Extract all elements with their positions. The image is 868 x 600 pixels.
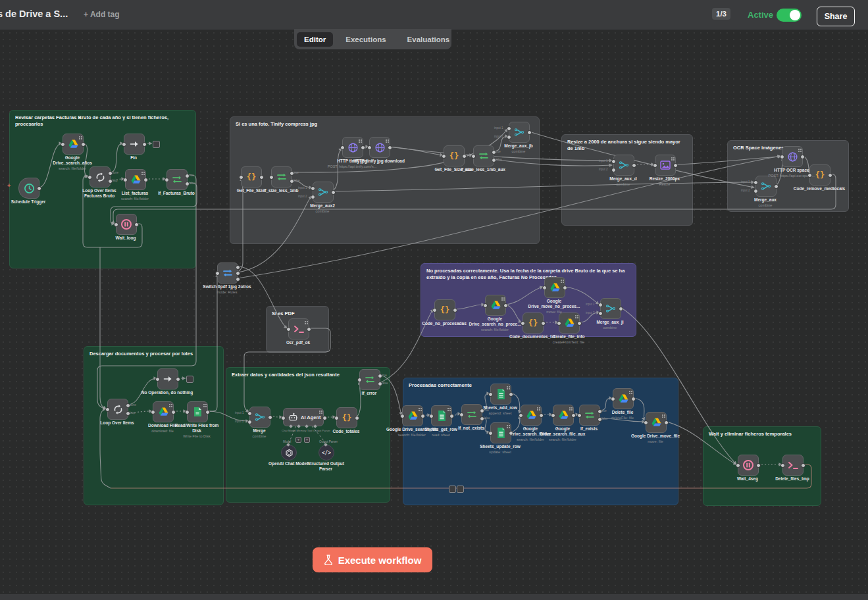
output-port[interactable] (462, 154, 467, 159)
input-port[interactable] (122, 142, 126, 147)
output-port[interactable] (421, 414, 425, 418)
output-port[interactable] (126, 411, 130, 416)
input-port[interactable] (155, 377, 160, 382)
node-term2[interactable] (186, 376, 193, 383)
input-port[interactable] (644, 420, 648, 425)
input-port[interactable] (429, 414, 434, 418)
connection[interactable] (97, 175, 196, 409)
output-port[interactable] (673, 163, 678, 168)
connection[interactable] (111, 464, 811, 488)
input-port[interactable] (598, 311, 603, 316)
input-port[interactable] (507, 135, 511, 139)
output-port[interactable] (774, 184, 779, 189)
input-port[interactable] (611, 159, 616, 164)
node-loop2[interactable] (107, 399, 128, 420)
output-port[interactable] (480, 409, 484, 413)
tab-evaluations[interactable]: Evaluations (400, 32, 457, 47)
output-port[interactable] (631, 397, 636, 401)
output-port[interactable] (361, 145, 365, 150)
output-port[interactable] (527, 130, 532, 135)
node-if1[interactable] (271, 166, 292, 188)
input-port[interactable] (105, 407, 110, 412)
output-port[interactable] (143, 178, 148, 182)
output-port[interactable] (307, 327, 311, 332)
output-port[interactable] (236, 271, 240, 276)
input-port[interactable] (88, 175, 92, 180)
output-port[interactable] (290, 179, 294, 184)
input-port[interactable] (61, 142, 65, 147)
output-port[interactable] (492, 150, 496, 155)
output-port[interactable] (449, 414, 454, 418)
output-port[interactable] (492, 158, 496, 162)
output-port[interactable] (756, 463, 761, 468)
output-port[interactable] (108, 179, 113, 184)
output-port[interactable] (509, 392, 513, 397)
input-port[interactable] (753, 180, 758, 185)
active-toggle[interactable] (777, 9, 802, 22)
input-port[interactable] (247, 420, 252, 424)
output-port[interactable] (800, 155, 805, 159)
output-port[interactable] (108, 171, 113, 176)
input-port[interactable] (151, 410, 155, 414)
output-port[interactable] (176, 377, 180, 382)
input-port[interactable] (557, 321, 561, 326)
output-port[interactable] (632, 163, 636, 168)
output-port[interactable] (539, 413, 544, 418)
tab-editor[interactable]: Editor (297, 32, 333, 47)
input-port[interactable] (542, 286, 547, 290)
output-port[interactable] (322, 416, 327, 420)
output-port[interactable] (828, 173, 832, 178)
add-subnode-button[interactable]: + (295, 437, 301, 443)
connection-action-square[interactable] (457, 486, 464, 493)
output-port[interactable] (480, 416, 484, 421)
output-port[interactable] (577, 321, 582, 326)
workflow-title[interactable]: s de Drive a S... (0, 9, 68, 19)
output-port[interactable] (236, 265, 240, 270)
input-port[interactable] (551, 413, 555, 418)
node-agent[interactable]: AI Agent (283, 408, 324, 426)
node-parser[interactable]: </> (319, 445, 334, 461)
input-port[interactable] (114, 222, 118, 227)
output-port[interactable] (563, 286, 567, 290)
input-port[interactable] (239, 175, 243, 180)
node-if_fb[interactable] (166, 169, 188, 190)
input-port[interactable] (521, 321, 525, 326)
input-port[interactable] (269, 175, 274, 180)
input-port[interactable] (507, 126, 511, 131)
input-port[interactable] (653, 163, 657, 168)
output-port[interactable] (509, 431, 513, 436)
output-port[interactable] (619, 307, 623, 311)
input-port[interactable] (488, 431, 493, 436)
input-port[interactable] (311, 186, 315, 191)
input-port[interactable] (432, 308, 437, 312)
input-port[interactable] (611, 168, 616, 172)
connection[interactable] (238, 156, 780, 278)
output-port[interactable] (290, 171, 294, 176)
output-port[interactable] (185, 174, 190, 178)
connection[interactable] (100, 247, 106, 409)
output-port[interactable] (81, 142, 86, 147)
output-port[interactable] (571, 413, 576, 418)
share-button[interactable]: Share (817, 7, 855, 26)
node-iferr[interactable] (359, 369, 380, 390)
output-port[interactable] (541, 321, 546, 326)
output-port[interactable] (37, 186, 41, 191)
input-port[interactable] (519, 413, 523, 418)
output-port[interactable] (355, 416, 359, 420)
input-port[interactable] (340, 145, 345, 150)
add-tag-button[interactable]: + Add tag (84, 10, 120, 19)
input-port[interactable] (459, 413, 464, 417)
input-port[interactable] (471, 154, 476, 159)
input-port[interactable] (400, 414, 405, 418)
connection[interactable] (675, 157, 780, 164)
input-port[interactable] (215, 271, 220, 276)
output-port[interactable] (453, 308, 457, 312)
tab-executions[interactable]: Executions (338, 32, 393, 47)
input-port[interactable] (807, 173, 812, 178)
input-port[interactable] (286, 327, 291, 332)
node-term1[interactable] (153, 141, 160, 148)
input-port[interactable] (611, 397, 615, 401)
add-subnode-button[interactable]: + (304, 437, 310, 443)
output-port[interactable] (388, 145, 392, 150)
input-port[interactable] (483, 303, 488, 308)
